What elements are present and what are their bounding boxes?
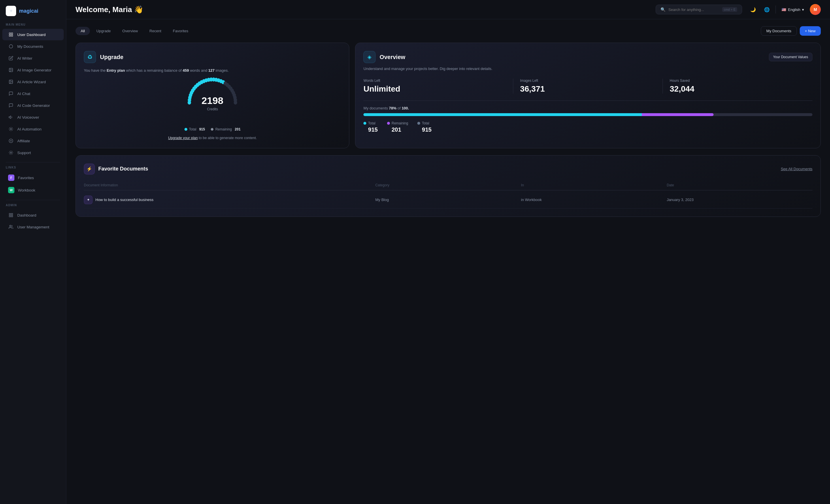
nav-label-ai-voiceover: AI Voiceover xyxy=(17,115,39,120)
svg-rect-2 xyxy=(9,35,11,36)
prog-label-total2: Total xyxy=(422,121,429,125)
col-date: Date xyxy=(667,183,812,187)
sidebar-item-ai-article-wizard[interactable]: AI Article Wizard xyxy=(2,76,64,88)
header-divider xyxy=(775,5,776,13)
content-area: AllUpgradeOverviewRecentFavorites My Doc… xyxy=(66,19,830,504)
upgrade-your-plan-link[interactable]: Upgrade your plan xyxy=(168,136,198,140)
table-row[interactable]: ✦ How to build a successful business My … xyxy=(84,192,812,208)
favorite-docs-card: ⚡ Favorite Documents See All Documents D… xyxy=(75,155,821,217)
overview-title: Overview xyxy=(380,54,405,61)
tab-recent[interactable]: Recent xyxy=(145,27,167,35)
prog-value-total: 915 xyxy=(368,127,378,133)
sidebar-item-user-dashboard[interactable]: User Dashboard xyxy=(2,29,64,40)
main-menu-label: MAIN MENU xyxy=(0,23,66,29)
language-button[interactable]: 🇺🇸 English ▾ xyxy=(779,6,806,13)
doc-name-cell: ✦ How to build a successful business xyxy=(84,196,375,204)
svg-rect-0 xyxy=(9,33,11,34)
svg-point-10 xyxy=(10,129,11,130)
svg-marker-9 xyxy=(9,116,11,119)
overview-desc: Understand and manage your projects bett… xyxy=(363,66,812,72)
sidebar-item-ai-chat[interactable]: AI Chat xyxy=(2,88,64,99)
sidebar-item-ai-automation[interactable]: AI Automation xyxy=(2,123,64,135)
admin-label-dashboard: Dashboard xyxy=(17,213,36,217)
my-documents-button[interactable]: My Documents xyxy=(761,26,797,36)
prog-dot-remaining xyxy=(387,122,390,125)
credits-center: 2198 Credits xyxy=(201,95,223,111)
search-bar[interactable]: 🔍 cmd + E xyxy=(656,5,742,14)
admin-icon-dashboard xyxy=(8,212,14,218)
svg-point-4 xyxy=(9,45,13,48)
sidebar-item-my-documents[interactable]: My Documents xyxy=(2,41,64,52)
see-all-link[interactable]: See All Documents xyxy=(781,167,812,171)
credits-circle: 2198 Credits Total 915 Remaining xyxy=(84,79,341,131)
nav-label-ai-automation: AI Automation xyxy=(17,127,41,131)
sidebar-item-ai-writer[interactable]: AI Writer xyxy=(2,53,64,64)
tab-upgrade[interactable]: Upgrade xyxy=(91,27,116,35)
doc-row-icon: ✦ xyxy=(84,196,93,204)
stat-hours-label: Hours Saved xyxy=(670,79,805,83)
new-button[interactable]: + New xyxy=(800,26,821,36)
nav-icon-ai-code-generator xyxy=(8,103,14,108)
sidebar-link-favorites[interactable]: FFavorites xyxy=(2,172,64,184)
prog-dot-total xyxy=(363,122,366,125)
prog-legend-remaining: Remaining 201 xyxy=(387,121,408,133)
svg-point-12 xyxy=(10,152,11,153)
nav-icon-user-dashboard xyxy=(8,32,14,37)
docs-table: ✦ How to build a successful business My … xyxy=(84,192,812,208)
nav-icon-affiliate xyxy=(8,138,14,144)
nav-icon-my-documents xyxy=(8,43,14,49)
overview-header: ◈ Overview Your Document Values xyxy=(363,51,812,63)
main-content: Welcome, Maria 👋 🔍 cmd + E 🌙 🌐 🇺🇸 Englis… xyxy=(66,0,830,504)
tab-all[interactable]: All xyxy=(75,27,90,35)
tab-overview[interactable]: Overview xyxy=(117,27,143,35)
nav-icon-ai-chat xyxy=(8,91,14,97)
sidebar-item-ai-voiceover[interactable]: AI Voiceover xyxy=(2,111,64,123)
nav-icon-ai-automation xyxy=(8,126,14,132)
sidebar-item-ai-code-generator[interactable]: AI Code Generator xyxy=(2,100,64,111)
doc-values-button[interactable]: Your Document Values xyxy=(769,53,812,61)
admin-item-dashboard[interactable]: Dashboard xyxy=(2,209,64,221)
main-nav: User DashboardMy DocumentsAI WriterAI Im… xyxy=(0,29,66,159)
user-avatar[interactable]: M xyxy=(810,4,821,15)
fav-docs-header: ⚡ Favorite Documents See All Documents xyxy=(84,164,812,174)
col-category: Category xyxy=(375,183,521,187)
search-icon: 🔍 xyxy=(661,7,665,12)
stat-words-left: Words Left Unlimited xyxy=(363,79,513,94)
svg-point-6 xyxy=(10,69,11,70)
header: Welcome, Maria 👋 🔍 cmd + E 🌙 🌐 🇺🇸 Englis… xyxy=(66,0,830,19)
doc-location: in Workbook xyxy=(521,198,667,202)
prog-value-remaining: 201 xyxy=(392,127,408,133)
cards-row: ♻ Upgrade You have the Entry plan which … xyxy=(75,43,821,148)
nav-label-ai-code-generator: AI Code Generator xyxy=(17,103,50,108)
sidebar-item-ai-image-generator[interactable]: AI Image Generator xyxy=(2,64,64,76)
prog-dot-total2 xyxy=(417,122,420,125)
sidebar-item-affiliate[interactable]: Affiliate xyxy=(2,135,64,146)
admin-label-user-management: User Management xyxy=(17,225,49,229)
dark-mode-toggle[interactable]: 🌙 xyxy=(748,4,758,15)
svg-rect-14 xyxy=(11,213,13,215)
svg-rect-3 xyxy=(11,35,13,36)
stat-hours-saved: Hours Saved 32,044 xyxy=(663,79,812,94)
globe-button[interactable]: 🌐 xyxy=(762,4,772,15)
tab-favorites[interactable]: Favorites xyxy=(168,27,193,35)
progress-legend: Total 915 Remaining 201 xyxy=(363,121,812,133)
col-doc-info: Document Information xyxy=(84,183,375,187)
overview-header-left: ◈ Overview xyxy=(363,51,405,63)
sidebar-link-workbook[interactable]: WWorkbook xyxy=(2,184,64,196)
brand-logo[interactable]: ✦ magicai xyxy=(0,6,66,23)
overview-card: ◈ Overview Your Document Values Understa… xyxy=(355,43,821,148)
svg-point-8 xyxy=(10,81,11,81)
col-in: In xyxy=(521,183,667,187)
admin-item-user-management[interactable]: User Management xyxy=(2,221,64,233)
prog-value-total2: 915 xyxy=(422,127,432,133)
fav-docs-icon: ⚡ xyxy=(84,164,95,174)
doc-title: How to build a successful business xyxy=(95,198,154,202)
stat-images-left: Images Left 36,371 xyxy=(513,79,663,94)
tab-bar-right: My Documents + New xyxy=(761,26,821,36)
nav-icon-ai-writer xyxy=(8,55,14,61)
sidebar-item-support[interactable]: Support xyxy=(2,147,64,158)
prog-label-total: Total xyxy=(368,121,375,125)
search-input[interactable] xyxy=(668,7,719,12)
sidebar-divider-2 xyxy=(6,200,60,200)
page-title: Welcome, Maria 👋 xyxy=(75,5,650,14)
